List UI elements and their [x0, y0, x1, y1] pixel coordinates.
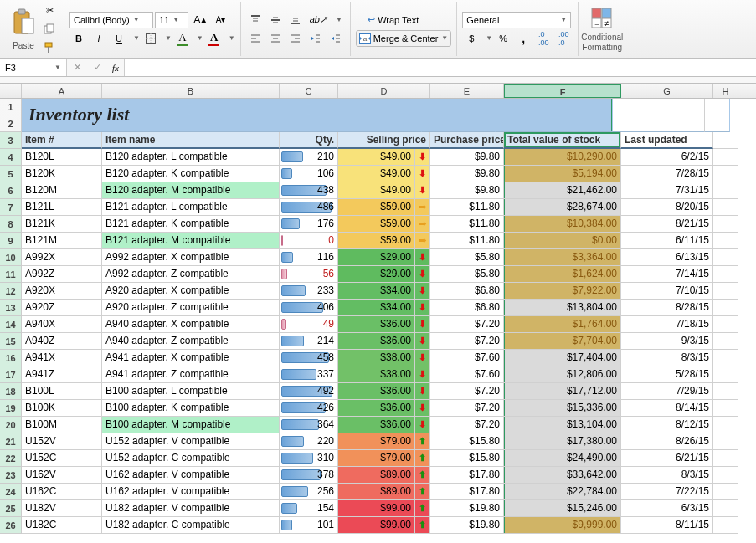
cell-total-value[interactable]: $28,674.00	[504, 199, 621, 216]
col-header-D[interactable]: D	[338, 84, 430, 98]
font-name-select[interactable]: Calibri (Body)▼	[69, 12, 153, 28]
col-header-B[interactable]: B	[102, 84, 280, 98]
cell-qty[interactable]: 364	[280, 417, 338, 433]
cell-item-name[interactable]: A941 adapter. X compatible	[102, 350, 280, 366]
row-header[interactable]: 15	[0, 333, 22, 350]
cell-item-name[interactable]: B120 adapter. K compatible	[102, 166, 280, 182]
cell-item-no[interactable]: B121M	[22, 233, 102, 249]
cell-item-name[interactable]: B100 adapter. L compatible	[102, 383, 280, 400]
cell-purchase-price[interactable]: $5.80	[430, 249, 504, 266]
cell-qty[interactable]: 406	[280, 300, 338, 316]
cell-item-no[interactable]: A940X	[22, 316, 102, 333]
cell-last-updated[interactable]: 8/11/15	[621, 517, 713, 534]
paste-icon[interactable]	[11, 8, 36, 40]
header-updated[interactable]: Last updated	[621, 132, 713, 149]
row-header[interactable]: 17	[0, 366, 22, 383]
cell-item-name[interactable]: U182 adapter. C compatible	[102, 517, 280, 534]
cell-last-updated[interactable]: 7/28/15	[621, 166, 713, 182]
name-box[interactable]: F3▼	[0, 59, 67, 76]
cell-item-name[interactable]: U162 adapter. V compatible	[102, 467, 280, 484]
cell-item-no[interactable]: A920Z	[22, 300, 102, 316]
cell-sell-price[interactable]: $49.00	[338, 166, 415, 182]
cell-item-no[interactable]: U152C	[22, 450, 102, 467]
cell-total-value[interactable]: $3,364.00	[504, 249, 621, 266]
conditional-formatting-button[interactable]: =≠ Conditional Formatting	[579, 2, 625, 56]
cell-qty[interactable]: 426	[280, 400, 338, 417]
shrink-font-icon[interactable]: A▾	[212, 12, 230, 28]
cell-total-value[interactable]: $17,404.00	[504, 350, 621, 366]
wrap-text-button[interactable]: ↩Wrap Text	[356, 12, 431, 28]
cell-item-no[interactable]: B121K	[22, 216, 102, 233]
cell-sell-price[interactable]: $38.00	[338, 350, 415, 366]
cell-purchase-price[interactable]: $9.80	[430, 182, 504, 199]
cell-qty[interactable]: 220	[280, 433, 338, 450]
formula-input[interactable]	[124, 59, 756, 76]
col-header-A[interactable]: A	[22, 84, 102, 98]
cell-total-value[interactable]: $13,804.00	[504, 300, 621, 316]
cell-sell-price[interactable]: $36.00	[338, 316, 415, 333]
cell-last-updated[interactable]: 7/29/15	[621, 383, 713, 400]
cell-item-name[interactable]: B121 adapter. L compatible	[102, 199, 280, 216]
cell-item-name[interactable]: B121 adapter. M compatible	[102, 233, 280, 249]
cell-sell-price[interactable]: $34.00	[338, 283, 415, 300]
row-header[interactable]: 20	[0, 417, 22, 433]
row-header[interactable]: 1	[0, 99, 22, 115]
cell-qty[interactable]: 176	[280, 216, 338, 233]
cell-sell-price[interactable]: $99.00	[338, 500, 415, 517]
row-header[interactable]: 10	[0, 249, 22, 266]
row-header[interactable]: 9	[0, 233, 22, 249]
cell-total-value[interactable]: $22,784.00	[504, 484, 621, 500]
cell-item-no[interactable]: U162C	[22, 484, 102, 500]
grow-font-icon[interactable]: A▴	[190, 12, 210, 28]
cut-icon[interactable]: ✂	[40, 3, 59, 19]
merge-center-button[interactable]: aMerge & Center▼	[356, 30, 452, 47]
cell-sell-price[interactable]: $59.00	[338, 216, 415, 233]
cell-item-name[interactable]: B120 adapter. L compatible	[102, 149, 280, 166]
cell-purchase-price[interactable]: $11.80	[430, 216, 504, 233]
increase-indent-icon[interactable]	[327, 30, 345, 47]
cell-sell-price[interactable]: $36.00	[338, 417, 415, 433]
cell-total-value[interactable]: $10,384.00	[504, 216, 621, 233]
percent-button[interactable]: %	[494, 30, 512, 47]
cell-item-no[interactable]: B120L	[22, 149, 102, 166]
row-header[interactable]: 11	[0, 266, 22, 283]
cell-total-value[interactable]: $7,704.00	[504, 333, 621, 350]
decrease-indent-icon[interactable]	[306, 30, 325, 47]
cell-sell-price[interactable]: $59.00	[338, 199, 415, 216]
cell-qty[interactable]: 486	[280, 199, 338, 216]
cell-item-name[interactable]: B100 adapter. M compatible	[102, 417, 280, 433]
header-item-name[interactable]: Item name	[102, 132, 280, 149]
cell-item-name[interactable]: B120 adapter. M compatible	[102, 182, 280, 199]
cell-total-value[interactable]: $10,290.00	[504, 149, 621, 166]
cell-purchase-price[interactable]: $15.80	[430, 433, 504, 450]
cell-last-updated[interactable]: 6/3/15	[621, 500, 713, 517]
align-top-icon[interactable]	[246, 12, 265, 28]
cell-qty[interactable]: 458	[280, 350, 338, 366]
title-cell[interactable]: Inventory list	[22, 99, 422, 132]
header-qty[interactable]: Qty.	[280, 132, 338, 149]
cell-item-name[interactable]: U182 adapter. V compatible	[102, 500, 280, 517]
increase-decimal-icon[interactable]: .0.00	[534, 30, 553, 47]
cell-item-no[interactable]: B121L	[22, 199, 102, 216]
row-header[interactable]: 23	[0, 467, 22, 484]
cell-item-no[interactable]: A941X	[22, 350, 102, 366]
cell-item-name[interactable]: A992 adapter. Z compatible	[102, 266, 280, 283]
cell-qty[interactable]: 101	[280, 517, 338, 534]
cell-sell-price[interactable]: $36.00	[338, 400, 415, 417]
align-left-icon[interactable]	[246, 30, 265, 47]
header-total[interactable]: Total value of stock	[504, 132, 621, 149]
cell-qty[interactable]: 337	[280, 366, 338, 383]
align-center-icon[interactable]	[266, 30, 285, 47]
cell-last-updated[interactable]: 5/28/15	[621, 366, 713, 383]
cell-total-value[interactable]: $21,462.00	[504, 182, 621, 199]
cell-purchase-price[interactable]: $7.20	[430, 417, 504, 433]
cell-purchase-price[interactable]: $5.80	[430, 266, 504, 283]
row-header[interactable]: 14	[0, 316, 22, 333]
format-painter-icon[interactable]	[40, 39, 59, 56]
cell-last-updated[interactable]: 8/14/15	[621, 400, 713, 417]
align-right-icon[interactable]	[286, 30, 305, 47]
cell-purchase-price[interactable]: $7.20	[430, 400, 504, 417]
cell-total-value[interactable]: $1,624.00	[504, 266, 621, 283]
cell-item-no[interactable]: A992Z	[22, 266, 102, 283]
accept-formula-icon[interactable]: ✓	[87, 59, 107, 76]
